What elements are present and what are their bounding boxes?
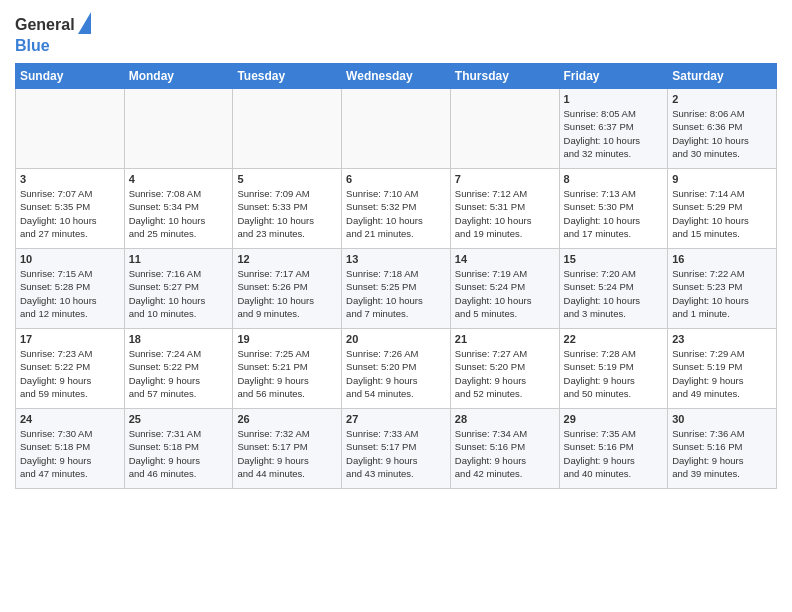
day-info: Sunrise: 8:05 AM Sunset: 6:37 PM Dayligh… [564, 107, 664, 160]
day-info: Sunrise: 7:18 AM Sunset: 5:25 PM Dayligh… [346, 267, 446, 320]
day-number: 26 [237, 413, 337, 425]
day-cell: 19Sunrise: 7:25 AM Sunset: 5:21 PM Dayli… [233, 329, 342, 409]
logo-area: General Blue [15, 10, 91, 55]
day-info: Sunrise: 7:14 AM Sunset: 5:29 PM Dayligh… [672, 187, 772, 240]
day-number: 30 [672, 413, 772, 425]
day-number: 8 [564, 173, 664, 185]
day-number: 12 [237, 253, 337, 265]
header-friday: Friday [559, 64, 668, 89]
day-info: Sunrise: 8:06 AM Sunset: 6:36 PM Dayligh… [672, 107, 772, 160]
day-number: 1 [564, 93, 664, 105]
day-info: Sunrise: 7:10 AM Sunset: 5:32 PM Dayligh… [346, 187, 446, 240]
day-number: 2 [672, 93, 772, 105]
day-number: 5 [237, 173, 337, 185]
day-cell: 9Sunrise: 7:14 AM Sunset: 5:29 PM Daylig… [668, 169, 777, 249]
day-info: Sunrise: 7:09 AM Sunset: 5:33 PM Dayligh… [237, 187, 337, 240]
week-row-5: 24Sunrise: 7:30 AM Sunset: 5:18 PM Dayli… [16, 409, 777, 489]
calendar-body: 1Sunrise: 8:05 AM Sunset: 6:37 PM Daylig… [16, 89, 777, 489]
day-info: Sunrise: 7:26 AM Sunset: 5:20 PM Dayligh… [346, 347, 446, 400]
day-cell: 13Sunrise: 7:18 AM Sunset: 5:25 PM Dayli… [342, 249, 451, 329]
header-thursday: Thursday [450, 64, 559, 89]
day-info: Sunrise: 7:34 AM Sunset: 5:16 PM Dayligh… [455, 427, 555, 480]
header-monday: Monday [124, 64, 233, 89]
day-cell: 5Sunrise: 7:09 AM Sunset: 5:33 PM Daylig… [233, 169, 342, 249]
day-info: Sunrise: 7:20 AM Sunset: 5:24 PM Dayligh… [564, 267, 664, 320]
day-cell: 20Sunrise: 7:26 AM Sunset: 5:20 PM Dayli… [342, 329, 451, 409]
day-cell: 23Sunrise: 7:29 AM Sunset: 5:19 PM Dayli… [668, 329, 777, 409]
day-info: Sunrise: 7:12 AM Sunset: 5:31 PM Dayligh… [455, 187, 555, 240]
day-cell: 24Sunrise: 7:30 AM Sunset: 5:18 PM Dayli… [16, 409, 125, 489]
day-info: Sunrise: 7:24 AM Sunset: 5:22 PM Dayligh… [129, 347, 229, 400]
day-cell: 7Sunrise: 7:12 AM Sunset: 5:31 PM Daylig… [450, 169, 559, 249]
day-cell: 10Sunrise: 7:15 AM Sunset: 5:28 PM Dayli… [16, 249, 125, 329]
day-number: 29 [564, 413, 664, 425]
day-cell: 14Sunrise: 7:19 AM Sunset: 5:24 PM Dayli… [450, 249, 559, 329]
day-number: 9 [672, 173, 772, 185]
day-cell: 2Sunrise: 8:06 AM Sunset: 6:36 PM Daylig… [668, 89, 777, 169]
week-row-2: 3Sunrise: 7:07 AM Sunset: 5:35 PM Daylig… [16, 169, 777, 249]
day-cell: 27Sunrise: 7:33 AM Sunset: 5:17 PM Dayli… [342, 409, 451, 489]
day-info: Sunrise: 7:22 AM Sunset: 5:23 PM Dayligh… [672, 267, 772, 320]
day-number: 19 [237, 333, 337, 345]
day-number: 28 [455, 413, 555, 425]
day-number: 27 [346, 413, 446, 425]
day-cell: 16Sunrise: 7:22 AM Sunset: 5:23 PM Dayli… [668, 249, 777, 329]
day-cell: 21Sunrise: 7:27 AM Sunset: 5:20 PM Dayli… [450, 329, 559, 409]
day-cell: 1Sunrise: 8:05 AM Sunset: 6:37 PM Daylig… [559, 89, 668, 169]
day-cell: 17Sunrise: 7:23 AM Sunset: 5:22 PM Dayli… [16, 329, 125, 409]
day-cell [16, 89, 125, 169]
day-info: Sunrise: 7:19 AM Sunset: 5:24 PM Dayligh… [455, 267, 555, 320]
day-cell [233, 89, 342, 169]
day-cell: 25Sunrise: 7:31 AM Sunset: 5:18 PM Dayli… [124, 409, 233, 489]
day-cell: 11Sunrise: 7:16 AM Sunset: 5:27 PM Dayli… [124, 249, 233, 329]
page: General Blue Sunday Monday Tuesday Wedne… [0, 0, 792, 504]
day-number: 3 [20, 173, 120, 185]
day-info: Sunrise: 7:08 AM Sunset: 5:34 PM Dayligh… [129, 187, 229, 240]
day-number: 23 [672, 333, 772, 345]
header-saturday: Saturday [668, 64, 777, 89]
week-row-4: 17Sunrise: 7:23 AM Sunset: 5:22 PM Dayli… [16, 329, 777, 409]
day-info: Sunrise: 7:16 AM Sunset: 5:27 PM Dayligh… [129, 267, 229, 320]
day-number: 16 [672, 253, 772, 265]
week-row-1: 1Sunrise: 8:05 AM Sunset: 6:37 PM Daylig… [16, 89, 777, 169]
calendar-table: Sunday Monday Tuesday Wednesday Thursday… [15, 63, 777, 489]
day-info: Sunrise: 7:17 AM Sunset: 5:26 PM Dayligh… [237, 267, 337, 320]
day-cell [450, 89, 559, 169]
day-number: 13 [346, 253, 446, 265]
day-cell: 8Sunrise: 7:13 AM Sunset: 5:30 PM Daylig… [559, 169, 668, 249]
day-info: Sunrise: 7:07 AM Sunset: 5:35 PM Dayligh… [20, 187, 120, 240]
header-wednesday: Wednesday [342, 64, 451, 89]
header-row: Sunday Monday Tuesday Wednesday Thursday… [16, 64, 777, 89]
day-cell [124, 89, 233, 169]
day-info: Sunrise: 7:29 AM Sunset: 5:19 PM Dayligh… [672, 347, 772, 400]
day-cell: 12Sunrise: 7:17 AM Sunset: 5:26 PM Dayli… [233, 249, 342, 329]
day-number: 21 [455, 333, 555, 345]
day-info: Sunrise: 7:32 AM Sunset: 5:17 PM Dayligh… [237, 427, 337, 480]
day-cell [342, 89, 451, 169]
day-info: Sunrise: 7:25 AM Sunset: 5:21 PM Dayligh… [237, 347, 337, 400]
logo-text-blue: Blue [15, 36, 50, 55]
day-cell: 26Sunrise: 7:32 AM Sunset: 5:17 PM Dayli… [233, 409, 342, 489]
day-number: 17 [20, 333, 120, 345]
day-cell: 18Sunrise: 7:24 AM Sunset: 5:22 PM Dayli… [124, 329, 233, 409]
week-row-3: 10Sunrise: 7:15 AM Sunset: 5:28 PM Dayli… [16, 249, 777, 329]
day-number: 25 [129, 413, 229, 425]
day-info: Sunrise: 7:15 AM Sunset: 5:28 PM Dayligh… [20, 267, 120, 320]
logo-triangle-icon [78, 12, 91, 34]
day-info: Sunrise: 7:28 AM Sunset: 5:19 PM Dayligh… [564, 347, 664, 400]
day-number: 22 [564, 333, 664, 345]
day-info: Sunrise: 7:35 AM Sunset: 5:16 PM Dayligh… [564, 427, 664, 480]
day-number: 11 [129, 253, 229, 265]
day-info: Sunrise: 7:33 AM Sunset: 5:17 PM Dayligh… [346, 427, 446, 480]
day-cell: 4Sunrise: 7:08 AM Sunset: 5:34 PM Daylig… [124, 169, 233, 249]
day-info: Sunrise: 7:13 AM Sunset: 5:30 PM Dayligh… [564, 187, 664, 240]
day-cell: 28Sunrise: 7:34 AM Sunset: 5:16 PM Dayli… [450, 409, 559, 489]
day-number: 20 [346, 333, 446, 345]
day-cell: 22Sunrise: 7:28 AM Sunset: 5:19 PM Dayli… [559, 329, 668, 409]
day-cell: 30Sunrise: 7:36 AM Sunset: 5:16 PM Dayli… [668, 409, 777, 489]
day-number: 6 [346, 173, 446, 185]
day-number: 15 [564, 253, 664, 265]
day-cell: 15Sunrise: 7:20 AM Sunset: 5:24 PM Dayli… [559, 249, 668, 329]
day-cell: 29Sunrise: 7:35 AM Sunset: 5:16 PM Dayli… [559, 409, 668, 489]
day-number: 10 [20, 253, 120, 265]
